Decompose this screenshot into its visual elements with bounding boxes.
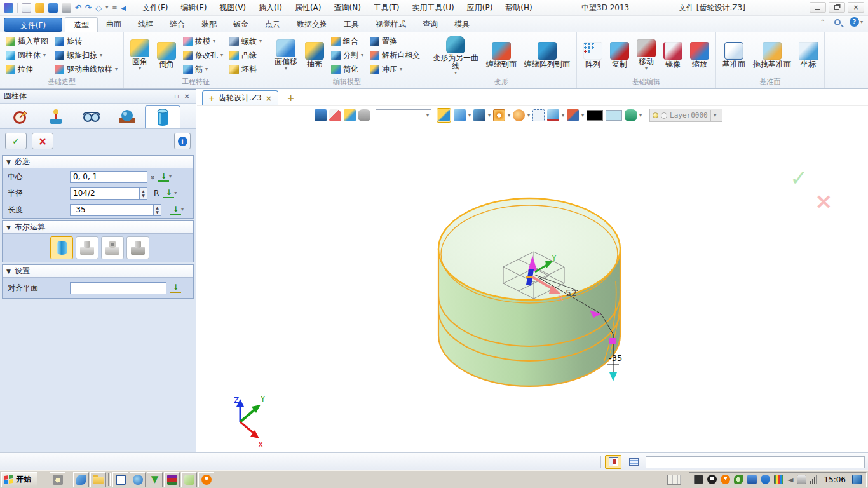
minimize-button[interactable] (810, 2, 826, 13)
handle-origin[interactable] (526, 276, 532, 278)
close-button[interactable]: × (848, 2, 864, 13)
panel-restore-button[interactable]: ▫ (172, 92, 182, 100)
tab-wireframe[interactable]: 线框 (130, 17, 161, 32)
move-button[interactable]: 移动▾ (635, 39, 658, 72)
contacts-button[interactable] (198, 472, 214, 487)
morph-to-curve-button[interactable]: 变形为另一曲线▾ (431, 35, 480, 76)
pattern-button[interactable]: 阵列 (581, 41, 604, 69)
dropdown-icon[interactable]: ▾ (488, 113, 491, 118)
section-header[interactable]: ▼设置 (3, 265, 193, 278)
zw3d-launch-button[interactable] (73, 472, 89, 487)
section-header[interactable]: ▼必选 (3, 156, 193, 168)
scale-button[interactable]: 缩放 (688, 41, 711, 69)
layer-combobox[interactable]: Layer0000 ▾ (649, 109, 722, 122)
cylinder-button[interactable]: 圆柱体▾ (4, 49, 50, 62)
nvidia-icon[interactable] (734, 475, 743, 484)
customize-qat-icon[interactable]: ≡ (112, 5, 117, 10)
revolve-button[interactable]: 旋转 (53, 35, 119, 48)
radius-spinner[interactable]: ▲▼ (140, 187, 147, 200)
start-button[interactable]: 开始 (1, 472, 37, 487)
app-logo-icon[interactable] (4, 3, 13, 13)
shade-mode-icon[interactable] (454, 109, 466, 121)
menu-edit[interactable]: 编辑(E) (175, 0, 214, 16)
tab-sheetmetal[interactable]: 钣金 (225, 17, 257, 32)
model-cylinder[interactable] (438, 198, 621, 386)
dropdown-icon[interactable]: ▾ (213, 39, 215, 44)
dropdown-icon[interactable]: ▾ (259, 39, 262, 44)
filter-combobox[interactable]: ▾ (376, 109, 431, 121)
volume-icon[interactable]: ◄ (787, 475, 793, 484)
background-swap-icon[interactable] (567, 109, 579, 121)
tab-tools[interactable]: 工具 (336, 17, 367, 32)
tab-close-icon[interactable]: × (266, 94, 272, 103)
divide-button[interactable]: 分割▾ (330, 49, 365, 62)
exit-icon[interactable] (315, 109, 327, 121)
loft-button[interactable]: 驱动曲线放样▾ (53, 63, 119, 76)
menu-help[interactable]: 帮助(H) (499, 0, 538, 16)
menu-inquire[interactable]: 查询(N) (328, 0, 367, 16)
dropdown-icon[interactable]: ▾ (508, 113, 510, 118)
align-plane-input[interactable] (70, 282, 166, 294)
length-input[interactable] (70, 204, 154, 216)
menu-insert[interactable]: 插入(I) (252, 0, 288, 16)
dropdown-icon[interactable]: ▾ (181, 207, 184, 212)
color-black-swatch[interactable] (587, 110, 603, 121)
faded-cancel-overlay-icon[interactable]: × (815, 188, 833, 214)
lip-button[interactable]: 凸缘 (228, 49, 263, 62)
punch-button[interactable]: 冲压▾ (369, 63, 421, 76)
output-list-button[interactable] (625, 455, 642, 469)
expand-coords-icon[interactable]: » (149, 175, 157, 178)
insert-sketch-button[interactable]: 插入草图 (4, 35, 50, 48)
menu-tools[interactable]: 工具(T) (367, 0, 406, 16)
help-icon[interactable]: ? (850, 17, 859, 27)
length-spinner[interactable]: ▲▼ (154, 204, 161, 216)
simplify-button[interactable]: 简化 (330, 63, 365, 76)
cylinder-tab[interactable] (145, 105, 180, 128)
rib-button[interactable]: 筋▾ (182, 63, 224, 76)
wireframe-sphere-icon[interactable] (493, 109, 505, 121)
show-desktop-icon[interactable] (852, 475, 862, 484)
boolean-add-button[interactable] (76, 236, 98, 259)
tab-pointcloud[interactable]: 点云 (257, 17, 288, 32)
faded-ok-overlay-icon[interactable]: ✓ (790, 165, 808, 191)
menu-file[interactable]: 文件(F) (136, 0, 174, 16)
dropdown-icon[interactable]: ▾ (562, 113, 564, 118)
notes-button[interactable] (181, 472, 197, 487)
screenshot-tool-button[interactable] (50, 472, 65, 487)
dropdown-icon[interactable]: ▾ (43, 53, 46, 58)
security-shield-icon[interactable] (761, 475, 770, 484)
tab-assembly[interactable]: 装配 (193, 17, 225, 32)
display-entity-icon[interactable] (344, 109, 356, 121)
input-grid-icon[interactable] (774, 475, 783, 484)
dim-length-handle[interactable] (609, 338, 616, 344)
menu-utilities[interactable]: 实用工具(U) (406, 0, 461, 16)
dropdown-icon[interactable]: ▾ (139, 66, 141, 71)
dropdown-icon[interactable]: ▾ (205, 67, 208, 72)
menu-applications[interactable]: 应用(P) (461, 0, 499, 16)
section-view-icon[interactable] (547, 109, 559, 121)
boolean-base-button[interactable] (50, 236, 73, 259)
replace-button[interactable]: 置换 (369, 35, 421, 48)
csys-button[interactable]: 坐标 (797, 41, 820, 69)
dropdown-icon[interactable]: ▾ (169, 174, 172, 179)
new-file-icon[interactable] (22, 3, 31, 13)
boolean-intersect-button[interactable] (126, 236, 149, 259)
document-tab[interactable]: + 齿轮设计.Z3 × (202, 90, 278, 105)
pick-from-screen-icon[interactable]: ↓ (158, 172, 169, 182)
info-button[interactable]: i (174, 133, 191, 149)
word-button[interactable] (112, 472, 128, 487)
file-menu-button[interactable]: 文件(F) (4, 18, 62, 32)
dropdown-icon[interactable]: ▾ (468, 113, 471, 118)
radius-mode-label[interactable]: R (154, 189, 159, 198)
tab-visualstyle[interactable]: 视觉样式 (367, 17, 414, 32)
cancel-button[interactable]: × (32, 133, 53, 149)
clock[interactable]: 15:06 (824, 475, 846, 484)
tab-inquire[interactable]: 查询 (414, 17, 446, 32)
dropdown-icon[interactable]: ▾ (639, 113, 642, 118)
center-input[interactable] (70, 171, 147, 183)
layer-stack-icon[interactable] (625, 109, 637, 121)
status-input[interactable] (646, 456, 865, 468)
copy-button[interactable]: 复制 (608, 41, 631, 69)
open-file-icon[interactable] (35, 3, 44, 13)
ok-button[interactable]: ✓ (5, 133, 27, 149)
